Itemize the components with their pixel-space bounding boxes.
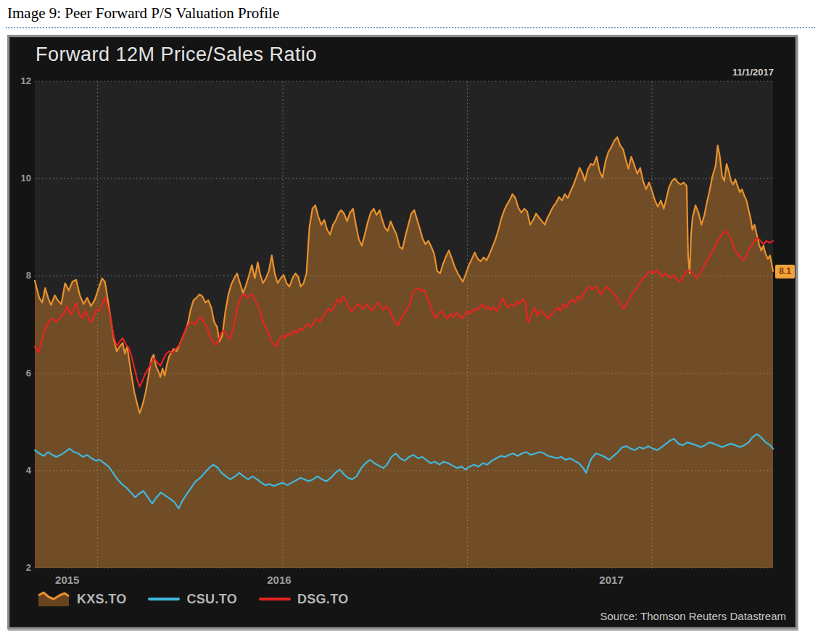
y-axis-tick-label: 6: [11, 368, 31, 379]
chart-frame: Forward 12M Price/Sales Ratio 11/1/2017 …: [7, 35, 798, 629]
plot-area: 121086422015201620178.1: [9, 37, 796, 627]
y-axis-tick-label: 8: [11, 270, 31, 281]
figure-caption: Image 9: Peer Forward P/S Valuation Prof…: [7, 4, 279, 22]
csu-line-swatch-icon: [148, 598, 180, 600]
y-axis-tick-label: 12: [11, 75, 31, 87]
x-axis-tick-label: 2017: [588, 574, 635, 586]
last-value-badge: 8.1: [775, 265, 795, 278]
source-attribution: Source: Thomson Reuters Datastream: [600, 610, 786, 622]
x-axis-tick-label: 2015: [44, 574, 91, 586]
legend-item-csu: CSU.TO: [148, 592, 236, 607]
legend-item-dsg: DSG.TO: [259, 592, 348, 607]
price-sales-chart: [9, 37, 796, 627]
kxs-area-swatch-icon: [37, 590, 70, 608]
y-axis-tick-label: 2: [11, 562, 31, 574]
legend-label-kxs: KXS.TO: [77, 592, 126, 607]
dsg-line-swatch-icon: [259, 598, 291, 600]
caption-underline-rule: [6, 27, 815, 28]
y-axis-tick-label: 10: [11, 173, 31, 184]
legend-item-kxs: KXS.TO: [37, 590, 126, 608]
legend-label-csu: CSU.TO: [186, 592, 236, 607]
legend-label-dsg: DSG.TO: [297, 592, 348, 607]
y-axis-tick-label: 4: [11, 465, 31, 476]
x-axis-tick-label: 2016: [256, 574, 302, 586]
chart-legend: KXS.TO CSU.TO DSG.TO: [37, 588, 348, 610]
